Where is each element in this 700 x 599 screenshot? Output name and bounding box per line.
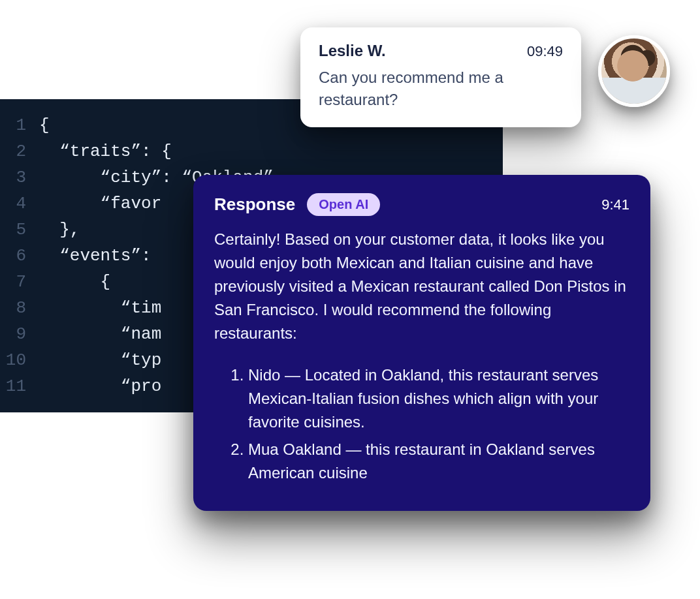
response-time: 9:41 [601, 196, 629, 213]
code-line: 2 “traits”: { [0, 138, 503, 164]
code-text: “traits”: { [39, 138, 172, 164]
code-text: “favor [39, 191, 161, 217]
code-text: { [39, 112, 50, 138]
response-header: Response Open AI 9:41 [214, 193, 629, 216]
avatar [598, 35, 670, 107]
code-text: { [39, 269, 110, 295]
model-badge: Open AI [307, 193, 380, 216]
line-number: 2 [0, 138, 39, 164]
code-text: “pro [39, 373, 161, 399]
user-name: Leslie W. [319, 42, 386, 60]
code-text: “tim [39, 295, 161, 321]
line-number: 7 [0, 269, 39, 295]
list-item: Nido — Located in Oakland, this restaura… [248, 363, 629, 434]
line-number: 11 [0, 373, 39, 399]
list-item: Mua Oakland — this restaurant in Oakland… [248, 438, 629, 485]
user-message-text: Can you recommend me a restaurant? [319, 67, 563, 110]
code-text: “nam [39, 321, 161, 347]
line-number: 3 [0, 164, 39, 191]
response-intro: Certainly! Based on your customer data, … [214, 228, 629, 345]
line-number: 10 [0, 347, 39, 373]
code-text: “typ [39, 347, 161, 373]
code-text: “events”: [39, 243, 151, 269]
user-message-bubble: Leslie W. 09:49 Can you recommend me a r… [300, 27, 581, 127]
recommendation-list: Nido — Located in Oakland, this restaura… [214, 363, 629, 485]
code-text: }, [39, 217, 80, 243]
line-number: 8 [0, 295, 39, 321]
response-title: Response [214, 194, 295, 215]
line-number: 1 [0, 112, 39, 138]
message-time: 09:49 [527, 43, 563, 60]
response-card: Response Open AI 9:41 Certainly! Based o… [193, 175, 650, 511]
line-number: 9 [0, 321, 39, 347]
bubble-header: Leslie W. 09:49 [319, 42, 563, 60]
line-number: 5 [0, 217, 39, 243]
line-number: 6 [0, 243, 39, 269]
line-number: 4 [0, 191, 39, 217]
